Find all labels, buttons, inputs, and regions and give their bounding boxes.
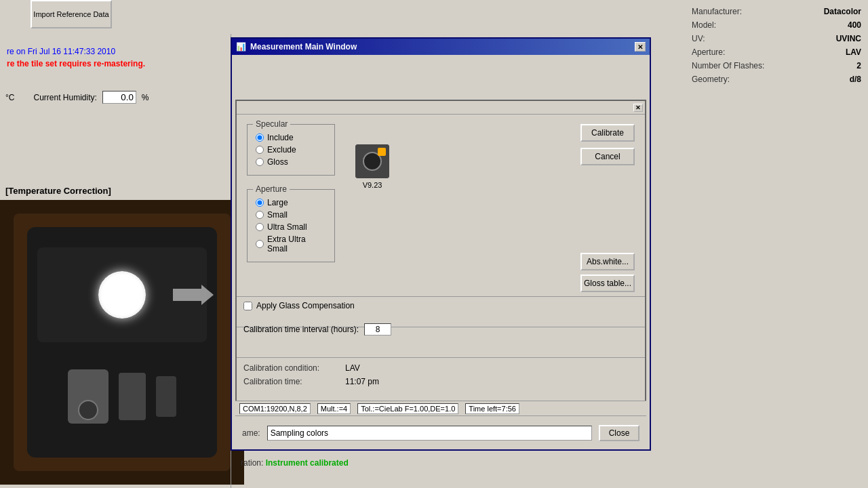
import-button-label: Import Reference Data bbox=[33, 9, 108, 19]
aperture-small-option[interactable]: Small bbox=[256, 210, 326, 220]
close-button[interactable]: Close bbox=[599, 425, 639, 441]
specular-gloss-radio[interactable] bbox=[256, 158, 264, 166]
aperture-group: Aperture Large Small Ultra Small Extra U… bbox=[247, 189, 335, 262]
dialog-title: Measurement Main Window bbox=[250, 42, 635, 52]
calibrate-label: Calibrate bbox=[591, 128, 624, 138]
info-line-2-warning: re the tile set requires re-mastering. bbox=[7, 58, 224, 70]
specular-include-radio[interactable] bbox=[256, 134, 264, 142]
specular-exclude-radio[interactable] bbox=[256, 146, 264, 154]
humidity-label: Current Humidity: bbox=[33, 93, 96, 102]
import-reference-button[interactable]: Import Reference Data bbox=[31, 0, 112, 28]
aperture-small-radio[interactable] bbox=[256, 211, 264, 219]
case-top bbox=[37, 247, 207, 342]
aperture-extraultrasmall-option[interactable]: Extra Ultra Small bbox=[256, 235, 326, 253]
aperture-ultrasmall-label: Ultra Small bbox=[267, 222, 307, 232]
model-row: Model: 400 bbox=[692, 20, 861, 30]
aperture-ultrasmall-radio[interactable] bbox=[256, 223, 264, 231]
calib-condition-label: Calibration condition: bbox=[243, 363, 332, 373]
dialog-bottom-bar: ame: Close bbox=[235, 415, 646, 449]
flashes-value: 2 bbox=[856, 61, 861, 70]
calibration-interval-section: Calibration time interval (hours): bbox=[243, 318, 391, 341]
aperture-large-option[interactable]: Large bbox=[256, 198, 326, 207]
name-input[interactable] bbox=[267, 426, 592, 441]
aperture-small-label: Small bbox=[267, 210, 288, 220]
aperture-extraultrasmall-label: Extra Ultra Small bbox=[267, 235, 326, 253]
case-bottom bbox=[37, 356, 207, 437]
instrument-lens bbox=[78, 400, 98, 420]
instrument-accessory-2 bbox=[156, 376, 176, 417]
flashes-label: Number Of Flashes: bbox=[692, 61, 764, 70]
temp-correction-text: [Temperature Correction] bbox=[5, 186, 111, 196]
humidity-input[interactable] bbox=[102, 91, 136, 104]
specular-group: Specular Include Exclude Gloss bbox=[247, 124, 335, 176]
cancel-button[interactable]: Cancel bbox=[580, 148, 635, 165]
inner-titlebar: ✕ bbox=[237, 101, 645, 115]
cancel-label: Cancel bbox=[595, 152, 620, 161]
measurement-main-dialog: 📊 Measurement Main Window ✕ ✕ Specular I… bbox=[231, 37, 651, 451]
dialog-titlebar[interactable]: 📊 Measurement Main Window ✕ bbox=[232, 39, 650, 55]
abs-white-button[interactable]: Abs.white... bbox=[580, 253, 635, 270]
horizontal-separator bbox=[237, 296, 645, 297]
photo-inner bbox=[14, 214, 231, 471]
calibrate-button[interactable]: Calibrate bbox=[580, 124, 635, 142]
calib-time-label: Calibration time: bbox=[243, 377, 332, 386]
calibration-value: Instrument calibrated bbox=[266, 458, 349, 468]
calib-interval-label: Calibration time interval (hours): bbox=[243, 325, 359, 334]
gloss-table-button[interactable]: Gloss table... bbox=[580, 274, 635, 292]
glass-compensation-label: Apply Glass Compensation bbox=[256, 301, 355, 310]
specular-include-label: Include bbox=[267, 133, 294, 142]
name-label: ame: bbox=[242, 428, 260, 438]
specular-exclude-label: Exclude bbox=[267, 145, 296, 155]
aperture-label: Aperture: bbox=[692, 47, 725, 57]
aperture-extraultrasmall-radio[interactable] bbox=[256, 240, 264, 248]
status-time: Time left=7:56 bbox=[465, 403, 519, 414]
aperture-ultrasmall-option[interactable]: Ultra Small bbox=[256, 222, 326, 232]
dialog-inner-panel: ✕ Specular Include Exclude bbox=[235, 100, 646, 415]
instrument-icon-area: V9.23 bbox=[355, 144, 389, 189]
glass-compensation-checkbox[interactable] bbox=[243, 302, 252, 310]
geometry-label: Geometry: bbox=[692, 75, 730, 84]
abs-white-label: Abs.white... bbox=[587, 257, 629, 266]
aperture-group-label: Aperture bbox=[253, 184, 290, 194]
instrument-icon bbox=[355, 144, 389, 178]
status-com: COM1:19200,N,8,2 bbox=[239, 403, 311, 414]
status-mult: Mult.:=4 bbox=[317, 403, 351, 414]
manufacturer-label: Manufacturer: bbox=[692, 7, 742, 16]
calib-interval-input[interactable] bbox=[364, 323, 391, 336]
manufacturer-row: Manufacturer: Datacolor bbox=[692, 7, 861, 16]
specular-include-option[interactable]: Include bbox=[256, 133, 326, 142]
specular-exclude-option[interactable]: Exclude bbox=[256, 145, 326, 155]
calibration-condition-row: Calibration condition: LAV bbox=[243, 363, 360, 373]
humidity-unit: % bbox=[142, 93, 149, 102]
calibration-time-row: Calibration time: 11:07 pm bbox=[243, 377, 379, 386]
inner-close-button[interactable]: ✕ bbox=[633, 104, 643, 112]
uv-row: UV: UVINC bbox=[692, 34, 861, 43]
aperture-row: Aperture: LAV bbox=[692, 47, 861, 57]
manufacturer-value: Datacolor bbox=[824, 7, 861, 16]
geometry-row: Geometry: d/8 bbox=[692, 75, 861, 84]
right-info-panel: Manufacturer: Datacolor Model: 400 UV: U… bbox=[685, 0, 868, 488]
flashes-row: Number Of Flashes: 2 bbox=[692, 61, 861, 70]
close-label: Close bbox=[609, 428, 630, 438]
celsius-label: °C bbox=[5, 93, 14, 102]
glass-compensation-section[interactable]: Apply Glass Compensation bbox=[243, 301, 355, 310]
specular-gloss-option[interactable]: Gloss bbox=[256, 157, 326, 167]
dialog-close-button[interactable]: ✕ bbox=[635, 42, 646, 52]
aperture-value: LAV bbox=[846, 47, 861, 57]
calibration-label: ration: bbox=[241, 458, 263, 468]
calib-time-value: 11:07 pm bbox=[345, 377, 379, 386]
uv-value: UVINC bbox=[836, 34, 861, 43]
aperture-large-radio[interactable] bbox=[256, 199, 264, 207]
gloss-table-label: Gloss table... bbox=[584, 279, 631, 288]
aperture-large-label: Large bbox=[267, 198, 288, 207]
temperature-section: °C Current Humidity: % bbox=[0, 88, 231, 106]
instrument-accessory bbox=[119, 373, 146, 420]
arrow-indicator bbox=[173, 285, 214, 305]
instrument-body bbox=[68, 369, 108, 424]
temp-correction-label: [Temperature Correction] bbox=[0, 183, 231, 199]
instrument-version-label: V9.23 bbox=[363, 181, 382, 189]
model-value: 400 bbox=[848, 20, 861, 30]
instrument-photo bbox=[0, 200, 244, 485]
model-label: Model: bbox=[692, 20, 716, 30]
calib-condition-value: LAV bbox=[345, 363, 360, 373]
